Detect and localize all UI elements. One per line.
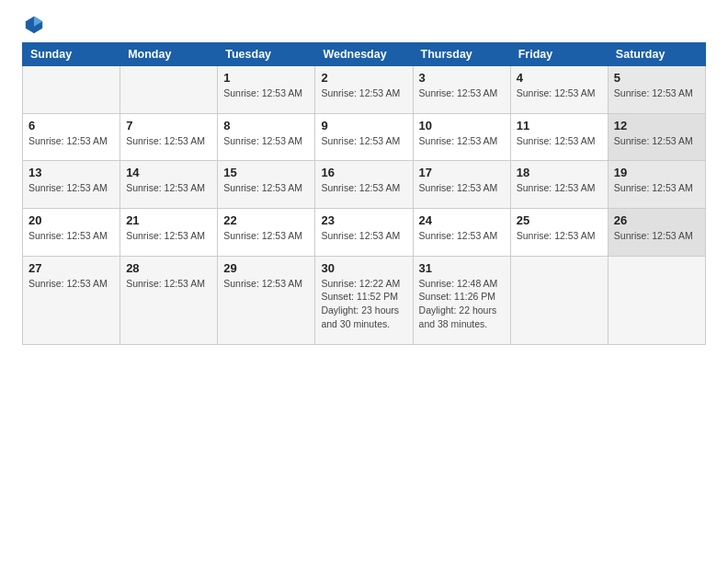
- weekday-header-tuesday: Tuesday: [218, 43, 315, 66]
- day-number: 27: [28, 261, 114, 275]
- page-header: [22, 18, 706, 35]
- calendar-day-17: 17Sunrise: 12:53 AM: [413, 161, 510, 209]
- calendar-day-18: 18Sunrise: 12:53 AM: [510, 161, 608, 209]
- calendar-day-13: 13Sunrise: 12:53 AM: [23, 161, 120, 209]
- day-number: 28: [126, 261, 211, 275]
- day-number: 22: [223, 213, 309, 227]
- calendar-day-8: 8Sunrise: 12:53 AM: [218, 113, 315, 161]
- weekday-header-friday: Friday: [510, 43, 608, 66]
- day-number: 3: [419, 71, 505, 85]
- day-number: 5: [614, 71, 700, 85]
- calendar-day-9: 9Sunrise: 12:53 AM: [315, 113, 413, 161]
- day-number: 29: [223, 261, 309, 275]
- calendar-empty-cell: [510, 256, 608, 344]
- day-info: Sunrise: 12:53 AM: [614, 86, 700, 100]
- day-number: 7: [126, 119, 211, 132]
- day-number: 25: [517, 213, 602, 227]
- calendar-day-23: 23Sunrise: 12:53 AM: [315, 209, 413, 257]
- calendar-day-21: 21Sunrise: 12:53 AM: [120, 209, 218, 257]
- day-info: Sunrise: 12:53 AM: [223, 86, 309, 100]
- day-info: Sunrise: 12:53 AM: [419, 181, 505, 195]
- weekday-header-monday: Monday: [120, 43, 218, 66]
- calendar-day-2: 2Sunrise: 12:53 AM: [315, 66, 413, 114]
- calendar-week-row: 1Sunrise: 12:53 AM2Sunrise: 12:53 AM3Sun…: [23, 66, 706, 114]
- day-number: 11: [517, 119, 602, 132]
- day-info: Sunrise: 12:53 AM: [126, 181, 211, 195]
- day-info: Sunrise: 12:53 AM: [28, 181, 114, 195]
- calendar-day-12: 12Sunrise: 12:53 AM: [608, 113, 705, 161]
- calendar-day-16: 16Sunrise: 12:53 AM: [315, 161, 413, 209]
- day-number: 21: [126, 213, 211, 227]
- day-number: 1: [223, 71, 309, 85]
- day-info: Sunrise: 12:53 AM: [28, 277, 114, 291]
- day-number: 16: [321, 166, 406, 179]
- day-number: 23: [321, 213, 406, 227]
- day-info: Sunrise: 12:53 AM: [614, 229, 700, 243]
- calendar-week-row: 20Sunrise: 12:53 AM21Sunrise: 12:53 AM22…: [23, 209, 706, 257]
- calendar-day-14: 14Sunrise: 12:53 AM: [120, 161, 218, 209]
- day-info: Sunrise: 12:53 AM: [223, 134, 309, 148]
- day-info: Sunrise: 12:53 AM: [321, 181, 406, 195]
- day-number: 6: [28, 119, 114, 132]
- calendar-day-4: 4Sunrise: 12:53 AM: [510, 66, 608, 114]
- calendar-day-11: 11Sunrise: 12:53 AM: [510, 113, 608, 161]
- day-number: 2: [321, 71, 406, 85]
- day-info: Sunrise: 12:53 AM: [28, 134, 114, 148]
- calendar-empty-cell: [120, 66, 218, 114]
- calendar-table: SundayMondayTuesdayWednesdayThursdayFrid…: [22, 42, 706, 345]
- logo: [22, 18, 44, 35]
- day-info: Sunrise: 12:53 AM: [321, 134, 406, 148]
- day-info: Sunrise: 12:53 AM: [614, 181, 700, 195]
- weekday-header-sunday: Sunday: [23, 43, 120, 66]
- calendar-week-row: 27Sunrise: 12:53 AM28Sunrise: 12:53 AM29…: [23, 256, 706, 344]
- day-info: Sunrise: 12:53 AM: [223, 229, 309, 243]
- day-info: Sunrise: 12:53 AM: [126, 134, 211, 148]
- calendar-day-29: 29Sunrise: 12:53 AM: [218, 256, 315, 344]
- day-number: 17: [419, 166, 505, 179]
- calendar-day-24: 24Sunrise: 12:53 AM: [413, 209, 510, 257]
- calendar-day-6: 6Sunrise: 12:53 AM: [23, 113, 120, 161]
- day-info: Sunrise: 12:53 AM: [517, 134, 602, 148]
- day-number: 31: [419, 261, 505, 275]
- day-info: Sunrise: 12:22 AM Sunset: 11:52 PM Dayli…: [321, 277, 406, 331]
- calendar-empty-cell: [608, 256, 705, 344]
- calendar-day-22: 22Sunrise: 12:53 AM: [218, 209, 315, 257]
- weekday-header-row: SundayMondayTuesdayWednesdayThursdayFrid…: [23, 43, 706, 66]
- weekday-header-saturday: Saturday: [608, 43, 705, 66]
- day-number: 18: [517, 166, 602, 179]
- day-info: Sunrise: 12:53 AM: [419, 134, 505, 148]
- day-info: Sunrise: 12:53 AM: [321, 86, 406, 100]
- calendar-day-3: 3Sunrise: 12:53 AM: [413, 66, 510, 114]
- calendar-day-5: 5Sunrise: 12:53 AM: [608, 66, 705, 114]
- calendar-day-25: 25Sunrise: 12:53 AM: [510, 209, 608, 257]
- calendar-day-26: 26Sunrise: 12:53 AM: [608, 209, 705, 257]
- calendar-page: SundayMondayTuesdayWednesdayThursdayFrid…: [0, 0, 728, 563]
- day-number: 20: [28, 213, 114, 227]
- day-number: 24: [419, 213, 505, 227]
- day-info: Sunrise: 12:53 AM: [419, 229, 505, 243]
- day-info: Sunrise: 12:53 AM: [126, 277, 211, 291]
- day-info: Sunrise: 12:53 AM: [223, 277, 309, 291]
- day-info: Sunrise: 12:53 AM: [28, 229, 114, 243]
- weekday-header-wednesday: Wednesday: [315, 43, 413, 66]
- calendar-day-31: 31Sunrise: 12:48 AM Sunset: 11:26 PM Day…: [413, 256, 510, 344]
- calendar-week-row: 13Sunrise: 12:53 AM14Sunrise: 12:53 AM15…: [23, 161, 706, 209]
- day-number: 26: [614, 213, 700, 227]
- day-number: 10: [419, 119, 505, 132]
- calendar-day-19: 19Sunrise: 12:53 AM: [608, 161, 705, 209]
- day-number: 13: [28, 166, 114, 179]
- day-number: 9: [321, 119, 406, 132]
- calendar-day-27: 27Sunrise: 12:53 AM: [23, 256, 120, 344]
- day-number: 8: [223, 119, 309, 132]
- day-number: 12: [614, 119, 700, 132]
- calendar-day-30: 30Sunrise: 12:22 AM Sunset: 11:52 PM Day…: [315, 256, 413, 344]
- calendar-day-10: 10Sunrise: 12:53 AM: [413, 113, 510, 161]
- day-info: Sunrise: 12:53 AM: [126, 229, 211, 243]
- day-info: Sunrise: 12:53 AM: [419, 86, 505, 100]
- day-info: Sunrise: 12:53 AM: [223, 181, 309, 195]
- calendar-day-1: 1Sunrise: 12:53 AM: [218, 66, 315, 114]
- day-info: Sunrise: 12:53 AM: [517, 229, 602, 243]
- calendar-day-28: 28Sunrise: 12:53 AM: [120, 256, 218, 344]
- logo-icon: [24, 15, 44, 35]
- day-number: 4: [517, 71, 602, 85]
